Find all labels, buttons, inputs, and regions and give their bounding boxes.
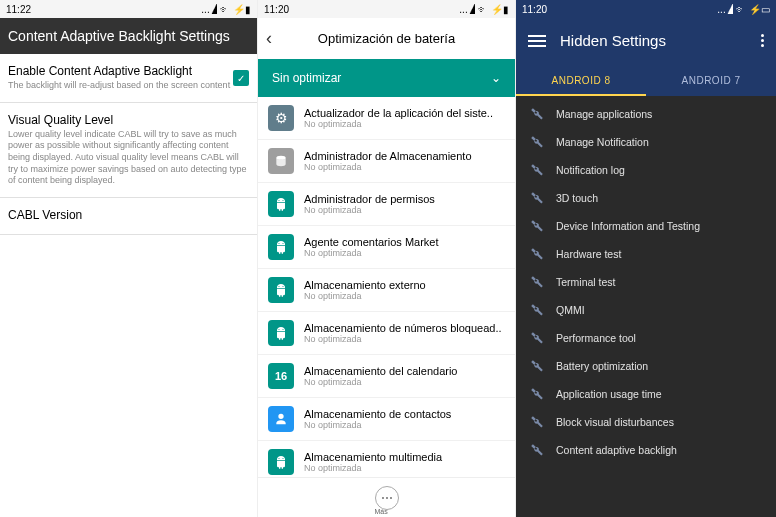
footer: ⋯ Más	[258, 477, 515, 517]
list-item[interactable]: Manage applications	[516, 100, 776, 128]
app-icon: 16	[268, 363, 294, 389]
wrench-icon	[530, 443, 544, 457]
list-item[interactable]: ⚙Actualizador de la aplicación del siste…	[258, 97, 515, 140]
list-item[interactable]: 16Almacenamiento del calendarioNo optimi…	[258, 355, 515, 398]
app-icon	[268, 320, 294, 346]
list-item[interactable]: Administrador de permisosNo optimizada	[258, 183, 515, 226]
status-bar: 11:20 ... ◢ ᯤ ⚡▭	[516, 0, 776, 18]
page-title: Content Adaptive Backlight Settings	[0, 18, 257, 54]
tab-android7[interactable]: ANDROID 7	[646, 67, 776, 96]
list-item[interactable]: Content adaptive backligh	[516, 436, 776, 464]
app-status: No optimizada	[304, 119, 505, 129]
wrench-icon	[530, 331, 544, 345]
list-item[interactable]: Hardware test	[516, 240, 776, 268]
app-name: Actualizador de la aplicación del siste.…	[304, 107, 505, 119]
item-label: Hardware test	[556, 248, 621, 260]
list-item[interactable]: Device Information and Testing	[516, 212, 776, 240]
status-icons: ... ◢ ᯤ ⚡▭	[717, 4, 770, 15]
status-time: 11:22	[6, 4, 31, 15]
wrench-icon	[530, 163, 544, 177]
app-icon	[268, 191, 294, 217]
header: ‹ Optimización de batería	[258, 18, 515, 59]
app-name: Almacenamiento del calendario	[304, 365, 505, 377]
more-button[interactable]: ⋯	[375, 486, 399, 510]
menu-icon[interactable]	[528, 35, 546, 47]
visual-quality-row[interactable]: Visual Quality Level Lower quality level…	[0, 103, 257, 198]
wrench-icon	[530, 247, 544, 261]
header: Hidden Settings ANDROID 8 ANDROID 7	[516, 18, 776, 96]
version-title: CABL Version	[8, 208, 249, 222]
app-name: Agente comentarios Market	[304, 236, 505, 248]
list-item[interactable]: Almacenamiento de contactosNo optimizada	[258, 398, 515, 441]
list-item[interactable]: Administrador de AlmacenamientoNo optimi…	[258, 140, 515, 183]
app-name: Almacenamiento de contactos	[304, 408, 505, 420]
app-name: Almacenamiento multimedia	[304, 451, 505, 463]
wrench-icon	[530, 359, 544, 373]
list-item[interactable]: Application usage time	[516, 380, 776, 408]
overflow-menu-icon[interactable]	[761, 34, 764, 47]
wrench-icon	[530, 387, 544, 401]
list-item[interactable]: Notification log	[516, 156, 776, 184]
list-item[interactable]: Almacenamiento externoNo optimizada	[258, 269, 515, 312]
list-item[interactable]: Manage Notification	[516, 128, 776, 156]
app-icon	[268, 406, 294, 432]
item-label: Battery optimization	[556, 360, 648, 372]
app-name: Administrador de permisos	[304, 193, 505, 205]
phone-battery-optimization: 11:20 ... ◢ ᯤ ⚡▮ ‹ Optimización de bater…	[258, 0, 516, 517]
app-status: No optimizada	[304, 334, 505, 344]
item-label: Performance tool	[556, 332, 636, 344]
vql-title: Visual Quality Level	[8, 113, 249, 127]
list-item[interactable]: Battery optimization	[516, 352, 776, 380]
list-item[interactable]: Block visual disturbances	[516, 408, 776, 436]
wrench-icon	[530, 275, 544, 289]
page-title: Optimización de batería	[266, 31, 507, 46]
item-label: Content adaptive backligh	[556, 444, 677, 456]
list-item[interactable]: QMMI	[516, 296, 776, 324]
item-label: Terminal test	[556, 276, 616, 288]
app-status: No optimizada	[304, 463, 505, 473]
item-label: Block visual disturbances	[556, 416, 674, 428]
chevron-down-icon: ⌄	[491, 71, 501, 85]
status-icons: ... ◢ ᯤ ⚡▮	[459, 4, 509, 15]
tab-android8[interactable]: ANDROID 8	[516, 67, 646, 96]
status-time: 11:20	[264, 4, 289, 15]
wrench-icon	[530, 135, 544, 149]
item-label: Notification log	[556, 164, 625, 176]
filter-dropdown[interactable]: Sin optimizar ⌄	[258, 59, 515, 97]
wrench-icon	[530, 107, 544, 121]
list-item[interactable]: Almacenamiento de números bloquead..No o…	[258, 312, 515, 355]
status-bar: 11:22 ... ◢ ᯤ ⚡▮	[0, 0, 257, 18]
enable-cabl-title: Enable Content Adaptive Backlight	[8, 64, 233, 78]
item-label: Application usage time	[556, 388, 662, 400]
dropdown-label: Sin optimizar	[272, 71, 341, 85]
app-status: No optimizada	[304, 377, 505, 387]
item-label: Device Information and Testing	[556, 220, 700, 232]
status-time: 11:20	[522, 4, 547, 15]
app-status: No optimizada	[304, 162, 505, 172]
wrench-icon	[530, 415, 544, 429]
app-list[interactable]: ⚙Actualizador de la aplicación del siste…	[258, 97, 515, 478]
app-icon: ⚙	[268, 105, 294, 131]
item-label: Manage Notification	[556, 136, 649, 148]
cabl-version-row[interactable]: CABL Version	[0, 198, 257, 235]
item-label: Manage applications	[556, 108, 652, 120]
list-item[interactable]: 3D touch	[516, 184, 776, 212]
page-title: Hidden Settings	[560, 32, 761, 49]
app-icon	[268, 148, 294, 174]
app-icon	[268, 277, 294, 303]
list-item[interactable]: Almacenamiento multimediaNo optimizada	[258, 441, 515, 478]
app-status: No optimizada	[304, 205, 505, 215]
list-item[interactable]: Agente comentarios MarketNo optimizada	[258, 226, 515, 269]
list-item[interactable]: Performance tool	[516, 324, 776, 352]
settings-list[interactable]: Manage applicationsManage NotificationNo…	[516, 96, 776, 507]
list-item[interactable]: Terminal test	[516, 268, 776, 296]
enable-cabl-row[interactable]: Enable Content Adaptive Backlight The ba…	[0, 54, 257, 103]
enable-cabl-checkbox[interactable]: ✓	[233, 70, 249, 86]
enable-cabl-sub: The backlight will re-adjust based on th…	[8, 80, 233, 92]
item-label: QMMI	[556, 304, 585, 316]
vql-sub: Lower quality level indicate CABL will t…	[8, 129, 249, 187]
app-status: No optimizada	[304, 420, 505, 430]
app-status: No optimizada	[304, 291, 505, 301]
item-label: 3D touch	[556, 192, 598, 204]
status-bar: 11:20 ... ◢ ᯤ ⚡▮	[258, 0, 515, 18]
